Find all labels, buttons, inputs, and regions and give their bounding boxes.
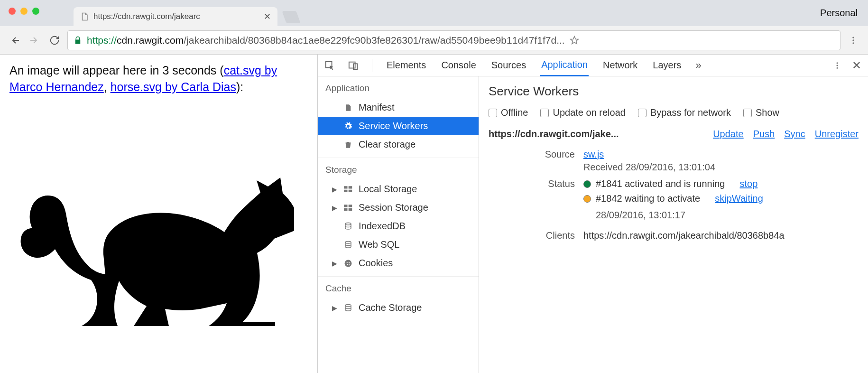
sidebar-item-service-workers[interactable]: Service Workers	[318, 117, 479, 135]
device-toggle-icon[interactable]	[348, 60, 359, 71]
cat-image	[9, 98, 308, 326]
reload-button[interactable]	[47, 35, 62, 46]
status-indicator-active	[583, 180, 591, 188]
update-on-reload-checkbox[interactable]: Update on reload	[540, 107, 625, 118]
bookmark-star-icon[interactable]	[570, 36, 579, 45]
svg-rect-11	[344, 189, 348, 192]
main-area: An image will appear here in 3 seconds (…	[0, 55, 868, 373]
gear-icon	[343, 122, 353, 131]
devtools: Elements Console Sources Application Net…	[318, 55, 868, 373]
sidebar-item-cookies[interactable]: ▶ Cookies	[318, 254, 479, 272]
svg-point-20	[347, 261, 348, 262]
svg-point-17	[345, 223, 351, 225]
lock-icon	[74, 36, 82, 45]
database-icon	[343, 241, 353, 249]
sync-link[interactable]: Sync	[784, 129, 805, 140]
link-horse-svg[interactable]: horse.svg by Carla Dias	[111, 80, 236, 93]
source-file-link[interactable]: sw.js	[583, 149, 604, 159]
table-icon	[343, 205, 353, 211]
trash-icon	[343, 140, 353, 149]
inspect-icon[interactable]	[324, 60, 335, 71]
tab-title: https://cdn.rawgit.com/jakearc	[93, 12, 259, 21]
sidebar-item-indexeddb[interactable]: IndexedDB	[318, 217, 479, 235]
svg-point-19	[345, 260, 352, 267]
svg-point-24	[345, 304, 351, 307]
devtools-tab-network[interactable]: Network	[602, 55, 638, 75]
forward-button[interactable]	[28, 35, 42, 46]
close-window-button[interactable]	[9, 8, 16, 15]
profile-badge[interactable]: Personal	[820, 8, 858, 19]
sidebar-item-manifest[interactable]: Manifest	[318, 98, 479, 117]
source-received: Received 28/09/2016, 13:01:04	[583, 162, 859, 173]
chevron-right-icon: ▶	[332, 204, 338, 212]
svg-point-21	[349, 262, 350, 263]
svg-rect-15	[344, 208, 348, 210]
devtools-tab-console[interactable]: Console	[440, 55, 477, 75]
svg-rect-12	[349, 189, 352, 192]
svg-point-8	[837, 67, 838, 68]
back-button[interactable]	[8, 35, 22, 46]
sidebar-item-clear-storage[interactable]: Clear storage	[318, 135, 479, 154]
browser-titlebar: https://cdn.rawgit.com/jakearc ✕ Persona…	[0, 0, 868, 26]
status-text-2: #1842 waiting to activate	[596, 193, 700, 204]
status-text-1: #1841 activated and is running	[596, 178, 725, 189]
sidebar-item-cache-storage[interactable]: ▶ Cache Storage	[318, 298, 479, 317]
status-indicator-waiting	[583, 195, 591, 203]
svg-rect-13	[344, 205, 348, 207]
skip-waiting-link[interactable]: skipWaiting	[715, 193, 763, 204]
clients-url: https://cdn.rawgit.com/jakearchibald/803…	[583, 230, 859, 241]
address-bar[interactable]: https://cdn.rawgit.com/jakearchibald/803…	[67, 30, 840, 50]
svg-rect-4	[349, 62, 355, 68]
unregister-link[interactable]: Unregister	[815, 129, 859, 140]
browser-menu-button[interactable]	[846, 36, 860, 45]
svg-point-23	[349, 264, 350, 265]
devtools-close-icon[interactable]: ✕	[852, 59, 861, 72]
status-label: Status	[489, 178, 583, 189]
sidebar-section-application: Application	[318, 76, 479, 98]
devtools-tab-elements[interactable]: Elements	[386, 55, 427, 75]
sidebar-section-cache: Cache	[318, 277, 479, 298]
bypass-network-checkbox[interactable]: Bypass for network	[638, 107, 731, 118]
page-content: An image will appear here in 3 seconds (…	[0, 55, 318, 373]
zoom-window-button[interactable]	[32, 8, 39, 15]
sidebar-item-session-storage[interactable]: ▶ Session Storage	[318, 198, 479, 217]
file-icon	[343, 103, 353, 112]
update-link[interactable]: Update	[713, 129, 744, 140]
svg-rect-10	[349, 186, 352, 188]
svg-point-22	[347, 264, 348, 265]
close-tab-icon[interactable]: ✕	[264, 11, 271, 22]
svg-point-1	[852, 39, 854, 41]
more-tabs-icon[interactable]: »	[695, 59, 701, 72]
push-link[interactable]: Push	[753, 129, 775, 140]
svg-point-7	[837, 65, 838, 66]
panel-options: Offline Update on reload Bypass for netw…	[489, 107, 859, 118]
browser-toolbar: https://cdn.rawgit.com/jakearchibald/803…	[0, 26, 868, 55]
new-tab-button[interactable]	[282, 11, 300, 23]
status-time-2: 28/09/2016, 13:01:17	[596, 210, 685, 221]
sidebar-item-websql[interactable]: Web SQL	[318, 235, 479, 254]
devtools-menu-icon[interactable]	[833, 61, 841, 70]
devtools-sidebar: Application Manifest Service Workers Cle…	[318, 76, 479, 373]
source-label: Source	[489, 149, 583, 160]
stop-link[interactable]: stop	[740, 178, 758, 189]
sidebar-section-storage: Storage	[318, 158, 479, 180]
chevron-right-icon: ▶	[332, 260, 338, 267]
svg-point-2	[852, 42, 854, 44]
table-icon	[343, 186, 353, 193]
clients-label: Clients	[489, 230, 583, 241]
chevron-right-icon: ▶	[332, 186, 338, 193]
devtools-tab-sources[interactable]: Sources	[490, 55, 527, 75]
devtools-tab-application[interactable]: Application	[540, 55, 589, 76]
browser-tab[interactable]: https://cdn.rawgit.com/jakearc ✕	[74, 7, 277, 26]
svg-point-18	[345, 241, 351, 243]
offline-checkbox[interactable]: Offline	[489, 107, 528, 118]
sidebar-item-local-storage[interactable]: ▶ Local Storage	[318, 180, 479, 198]
cookie-icon	[343, 259, 353, 268]
page-intro-text: An image will appear here in 3 seconds (…	[9, 62, 308, 95]
database-icon	[343, 222, 353, 231]
devtools-tabbar: Elements Console Sources Application Net…	[318, 55, 868, 76]
show-all-checkbox[interactable]: Show	[743, 107, 779, 118]
minimize-window-button[interactable]	[20, 8, 28, 15]
devtools-tab-layers[interactable]: Layers	[652, 55, 682, 75]
svg-rect-9	[344, 186, 348, 188]
